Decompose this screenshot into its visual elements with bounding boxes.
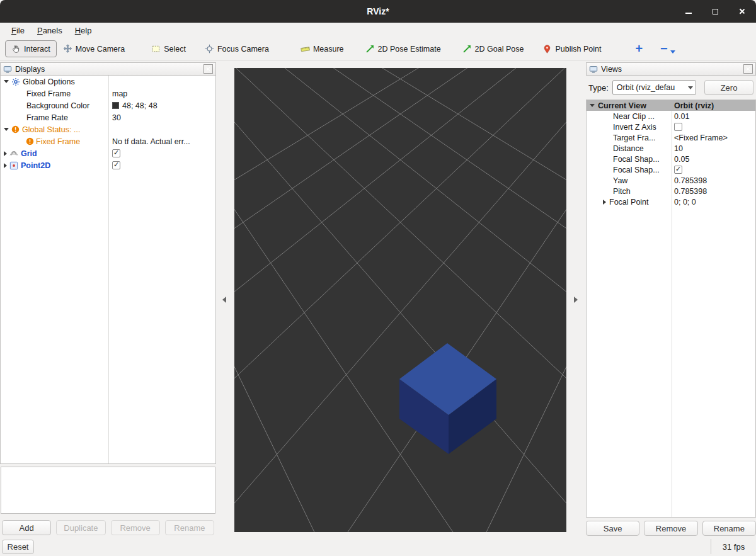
tool-2d-pose-estimate[interactable]: 2D Pose Estimate	[359, 40, 447, 57]
point2d-icon	[9, 161, 18, 170]
view-row-yaw[interactable]: Yaw 0.785398	[587, 175, 755, 186]
views-close-button[interactable]	[743, 64, 753, 74]
property-value[interactable]: 0; 0; 0	[672, 198, 755, 207]
collapsed-arrow-icon[interactable]	[603, 200, 606, 205]
property-value[interactable]: 0.785398	[672, 187, 755, 196]
property-value[interactable]: 0.01	[672, 112, 755, 121]
invert-z-checkbox[interactable]	[674, 123, 682, 131]
view-row-invert-z-axis[interactable]: Invert Z Axis	[587, 122, 755, 132]
collapse-displays-handle[interactable]	[220, 293, 228, 306]
expand-arrow-icon[interactable]	[4, 80, 9, 83]
chevron-right-icon	[574, 297, 578, 303]
property-name: Focal Shap...	[613, 166, 660, 174]
property-value[interactable]: map	[108, 89, 215, 98]
display-row-grid[interactable]: Grid	[1, 147, 215, 159]
fps-indicator: 31 fps	[711, 539, 756, 554]
displays-panel-header[interactable]: Displays	[0, 62, 216, 76]
tool-label: 2D Pose Estimate	[378, 45, 441, 54]
view-row-current-view[interactable]: Current View Orbit (rviz)	[587, 100, 755, 111]
tool-label: Move Camera	[76, 45, 125, 54]
remove-button[interactable]: Remove	[111, 520, 160, 535]
expand-arrow-icon[interactable]	[4, 128, 9, 131]
tool-focus-camera[interactable]: Focus Camera	[198, 40, 275, 57]
remove-view-button[interactable]: Remove	[644, 521, 697, 536]
property-name: Global Status: ...	[22, 125, 80, 134]
save-button[interactable]: Save	[586, 521, 639, 536]
minimize-button[interactable]	[684, 7, 693, 16]
displays-panel-title: Displays	[15, 65, 45, 74]
rename-view-button[interactable]: Rename	[702, 521, 756, 536]
property-value[interactable]: <Fixed Frame>	[672, 133, 755, 142]
menu-panels[interactable]: Panels	[31, 25, 69, 37]
views-panel-header[interactable]: Views	[586, 62, 756, 76]
display-row-frame-rate[interactable]: Frame Rate 30	[1, 111, 215, 123]
view-row-focal-point[interactable]: Focal Point 0; 0; 0	[587, 196, 755, 207]
add-button[interactable]: Add	[2, 520, 51, 535]
property-name: Near Clip ...	[613, 112, 655, 121]
display-row-global-status[interactable]: Global Status: ...	[1, 123, 215, 135]
view-row-focal-shape-size[interactable]: Focal Shap... 0.05	[587, 154, 755, 164]
window-title: RViz*	[367, 6, 389, 16]
viewport-canvas[interactable]	[234, 68, 566, 532]
zero-button[interactable]: Zero	[704, 80, 753, 95]
close-button[interactable]	[737, 7, 746, 16]
color-swatch	[112, 102, 119, 109]
property-value[interactable]: 30	[108, 113, 215, 122]
property-value[interactable]: 10	[672, 144, 755, 153]
display-row-background-color[interactable]: Background Color 48; 48; 48	[1, 99, 215, 111]
reset-button[interactable]: Reset	[2, 540, 34, 554]
maximize-button[interactable]	[711, 7, 719, 16]
displays-close-button[interactable]	[203, 64, 213, 74]
remove-tool-button[interactable]: −	[651, 42, 678, 56]
enabled-checkbox[interactable]	[112, 149, 120, 157]
views-tree: Current View Orbit (rviz) Near Clip ... …	[586, 99, 756, 518]
view-row-focal-shape-fixed[interactable]: Focal Shap...	[587, 164, 755, 175]
menu-help[interactable]: Help	[69, 25, 98, 37]
display-row-fixed-frame[interactable]: Fixed Frame map	[1, 88, 215, 99]
display-row-global-options[interactable]: Global Options	[1, 76, 215, 88]
tool-publish-point[interactable]: Publish Point	[536, 40, 607, 57]
expand-arrow-icon[interactable]	[590, 104, 595, 107]
toolbar: Interact Move Camera Select Focus Camera…	[0, 38, 756, 60]
titlebar[interactable]: RViz*	[0, 0, 756, 23]
display-description-box	[1, 467, 215, 514]
collapse-views-handle[interactable]	[572, 293, 580, 306]
displays-buttons: Add Duplicate Remove Rename	[0, 520, 216, 535]
ruler-icon	[301, 44, 310, 54]
property-name: Point2D	[21, 161, 50, 170]
collapsed-arrow-icon[interactable]	[4, 151, 7, 156]
warning-icon	[26, 137, 34, 145]
render-viewport[interactable]	[234, 68, 566, 532]
views-panel-icon	[589, 65, 598, 74]
view-row-near-clip[interactable]: Near Clip ... 0.01	[587, 111, 755, 122]
displays-panel-icon	[3, 65, 12, 74]
enabled-checkbox[interactable]	[112, 161, 120, 169]
property-value[interactable]: 48; 48; 48	[108, 101, 215, 110]
rename-button[interactable]: Rename	[165, 520, 214, 535]
property-name: Frame Rate	[26, 113, 68, 122]
tool-measure[interactable]: Measure	[294, 40, 350, 57]
view-row-pitch[interactable]: Pitch 0.785398	[587, 186, 755, 196]
tool-2d-goal-pose[interactable]: 2D Goal Pose	[456, 40, 530, 57]
view-row-distance[interactable]: Distance 10	[587, 143, 755, 154]
display-row-point2d[interactable]: Point2D	[1, 159, 215, 171]
duplicate-button[interactable]: Duplicate	[56, 520, 105, 535]
views-panel-title: Views	[601, 65, 622, 74]
move-arrows-icon	[63, 44, 72, 54]
add-tool-button[interactable]: +	[626, 42, 651, 56]
views-buttons: Save Remove Rename	[586, 521, 756, 536]
tool-select[interactable]: Select	[145, 40, 192, 57]
property-name: Current View	[598, 101, 646, 110]
menu-file[interactable]: File	[5, 25, 31, 37]
view-row-target-frame[interactable]: Target Fra... <Fixed Frame>	[587, 132, 755, 143]
view-type-dropdown[interactable]: Orbit (rviz_defau	[612, 80, 696, 95]
property-value: No tf data. Actual err...	[108, 137, 215, 146]
property-value[interactable]: 0.785398	[672, 176, 755, 185]
tool-interact[interactable]: Interact	[5, 40, 57, 57]
display-row-fixed-frame-status[interactable]: Fixed Frame No tf data. Actual err...	[1, 135, 215, 147]
property-value[interactable]: 0.05	[672, 155, 755, 164]
focal-shape-checkbox[interactable]	[674, 166, 682, 174]
tool-move-camera[interactable]: Move Camera	[57, 40, 132, 57]
view-type-row: Type: Orbit (rviz_defau Zero	[586, 76, 756, 99]
collapsed-arrow-icon[interactable]	[4, 163, 7, 168]
